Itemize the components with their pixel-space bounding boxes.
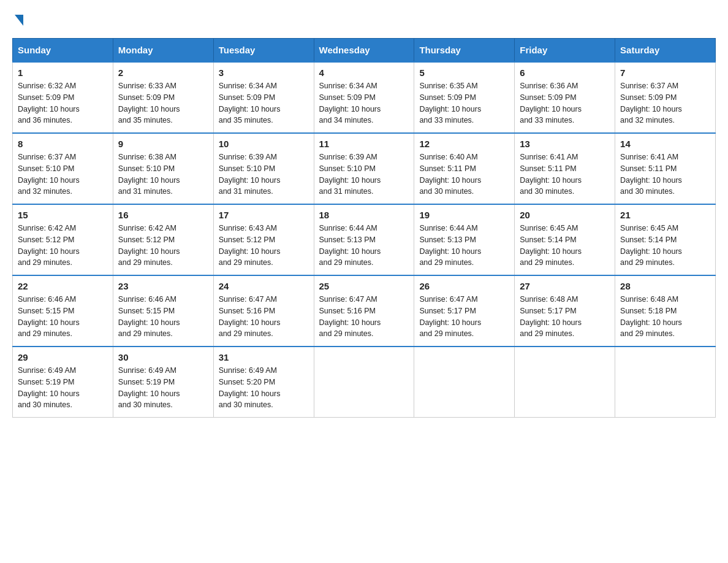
calendar-cell [414, 347, 515, 418]
day-info: Sunrise: 6:47 AMSunset: 5:16 PMDaylight:… [319, 295, 381, 338]
day-info: Sunrise: 6:36 AMSunset: 5:09 PMDaylight:… [520, 82, 582, 124]
calendar-cell: 14 Sunrise: 6:41 AMSunset: 5:11 PMDaylig… [615, 133, 716, 204]
calendar-week-1: 1 Sunrise: 6:32 AMSunset: 5:09 PMDayligh… [13, 62, 716, 133]
calendar-cell: 27 Sunrise: 6:48 AMSunset: 5:17 PMDaylig… [515, 275, 615, 347]
day-info: Sunrise: 6:46 AMSunset: 5:15 PMDaylight:… [118, 295, 180, 338]
day-info: Sunrise: 6:49 AMSunset: 5:19 PMDaylight:… [118, 366, 180, 409]
day-number: 19 [419, 210, 509, 220]
calendar-header-sunday: Sunday [13, 39, 113, 63]
day-info: Sunrise: 6:34 AMSunset: 5:09 PMDaylight:… [219, 82, 281, 124]
calendar-header-row: SundayMondayTuesdayWednesdayThursdayFrid… [13, 39, 716, 63]
day-number: 16 [118, 210, 208, 220]
day-info: Sunrise: 6:47 AMSunset: 5:16 PMDaylight:… [219, 295, 281, 338]
day-info: Sunrise: 6:47 AMSunset: 5:17 PMDaylight:… [419, 295, 481, 338]
calendar-cell: 12 Sunrise: 6:40 AMSunset: 5:11 PMDaylig… [414, 133, 515, 204]
calendar-cell: 8 Sunrise: 6:37 AMSunset: 5:10 PMDayligh… [13, 133, 113, 204]
page-header [12, 12, 716, 26]
day-number: 30 [118, 352, 208, 362]
calendar-cell: 4 Sunrise: 6:34 AMSunset: 5:09 PMDayligh… [314, 62, 414, 133]
day-number: 1 [18, 67, 108, 78]
day-info: Sunrise: 6:49 AMSunset: 5:19 PMDaylight:… [18, 366, 80, 409]
day-number: 31 [219, 352, 309, 362]
logo-general [12, 12, 23, 26]
day-number: 13 [520, 139, 610, 149]
calendar-cell: 6 Sunrise: 6:36 AMSunset: 5:09 PMDayligh… [515, 62, 615, 133]
day-info: Sunrise: 6:35 AMSunset: 5:09 PMDaylight:… [419, 82, 481, 124]
day-info: Sunrise: 6:34 AMSunset: 5:09 PMDaylight:… [319, 82, 381, 124]
calendar-cell: 18 Sunrise: 6:44 AMSunset: 5:13 PMDaylig… [314, 204, 414, 275]
day-number: 20 [520, 210, 610, 220]
day-info: Sunrise: 6:44 AMSunset: 5:13 PMDaylight:… [419, 224, 481, 267]
calendar-cell: 9 Sunrise: 6:38 AMSunset: 5:10 PMDayligh… [113, 133, 213, 204]
calendar-cell: 11 Sunrise: 6:39 AMSunset: 5:10 PMDaylig… [314, 133, 414, 204]
day-number: 6 [520, 67, 610, 78]
day-info: Sunrise: 6:48 AMSunset: 5:18 PMDaylight:… [620, 295, 682, 338]
day-number: 14 [620, 139, 710, 149]
calendar-cell: 3 Sunrise: 6:34 AMSunset: 5:09 PMDayligh… [213, 62, 314, 133]
calendar-week-2: 8 Sunrise: 6:37 AMSunset: 5:10 PMDayligh… [13, 133, 716, 204]
day-info: Sunrise: 6:33 AMSunset: 5:09 PMDaylight:… [118, 82, 180, 124]
day-number: 4 [319, 67, 409, 78]
calendar-cell: 1 Sunrise: 6:32 AMSunset: 5:09 PMDayligh… [13, 62, 113, 133]
calendar-header-saturday: Saturday [615, 39, 716, 63]
day-info: Sunrise: 6:39 AMSunset: 5:10 PMDaylight:… [319, 153, 381, 196]
day-info: Sunrise: 6:38 AMSunset: 5:10 PMDaylight:… [118, 153, 180, 196]
day-info: Sunrise: 6:45 AMSunset: 5:14 PMDaylight:… [520, 224, 582, 267]
calendar-cell: 31 Sunrise: 6:49 AMSunset: 5:20 PMDaylig… [213, 347, 314, 418]
calendar-cell: 2 Sunrise: 6:33 AMSunset: 5:09 PMDayligh… [113, 62, 213, 133]
day-number: 23 [118, 281, 208, 291]
day-number: 11 [319, 139, 409, 149]
day-number: 9 [118, 139, 208, 149]
day-number: 15 [18, 210, 108, 220]
day-info: Sunrise: 6:32 AMSunset: 5:09 PMDaylight:… [18, 82, 80, 124]
calendar-cell: 28 Sunrise: 6:48 AMSunset: 5:18 PMDaylig… [615, 275, 716, 347]
calendar-cell: 10 Sunrise: 6:39 AMSunset: 5:10 PMDaylig… [213, 133, 314, 204]
day-number: 22 [18, 281, 108, 291]
day-info: Sunrise: 6:43 AMSunset: 5:12 PMDaylight:… [219, 224, 281, 267]
calendar-header-tuesday: Tuesday [213, 39, 314, 63]
day-number: 12 [419, 139, 509, 149]
day-number: 5 [419, 67, 509, 78]
calendar-cell: 25 Sunrise: 6:47 AMSunset: 5:16 PMDaylig… [314, 275, 414, 347]
day-number: 17 [219, 210, 309, 220]
day-number: 21 [620, 210, 710, 220]
day-info: Sunrise: 6:37 AMSunset: 5:09 PMDaylight:… [620, 82, 682, 124]
calendar-header-wednesday: Wednesday [314, 39, 414, 63]
day-info: Sunrise: 6:48 AMSunset: 5:17 PMDaylight:… [520, 295, 582, 338]
calendar-cell: 19 Sunrise: 6:44 AMSunset: 5:13 PMDaylig… [414, 204, 515, 275]
calendar-cell: 20 Sunrise: 6:45 AMSunset: 5:14 PMDaylig… [515, 204, 615, 275]
calendar-cell: 26 Sunrise: 6:47 AMSunset: 5:17 PMDaylig… [414, 275, 515, 347]
calendar-cell: 29 Sunrise: 6:49 AMSunset: 5:19 PMDaylig… [13, 347, 113, 418]
day-info: Sunrise: 6:42 AMSunset: 5:12 PMDaylight:… [18, 224, 80, 267]
day-number: 28 [620, 281, 710, 291]
day-number: 25 [319, 281, 409, 291]
calendar-cell [515, 347, 615, 418]
day-number: 18 [319, 210, 409, 220]
calendar-cell [615, 347, 716, 418]
day-info: Sunrise: 6:42 AMSunset: 5:12 PMDaylight:… [118, 224, 180, 267]
day-number: 2 [118, 67, 208, 78]
day-info: Sunrise: 6:46 AMSunset: 5:15 PMDaylight:… [18, 295, 80, 338]
calendar-table: SundayMondayTuesdayWednesdayThursdayFrid… [12, 38, 716, 418]
calendar-header-thursday: Thursday [414, 39, 515, 63]
calendar-header-monday: Monday [113, 39, 213, 63]
logo [12, 12, 23, 26]
calendar-cell [314, 347, 414, 418]
day-number: 8 [18, 139, 108, 149]
calendar-cell: 23 Sunrise: 6:46 AMSunset: 5:15 PMDaylig… [113, 275, 213, 347]
calendar-cell: 16 Sunrise: 6:42 AMSunset: 5:12 PMDaylig… [113, 204, 213, 275]
calendar-cell: 30 Sunrise: 6:49 AMSunset: 5:19 PMDaylig… [113, 347, 213, 418]
calendar-cell: 7 Sunrise: 6:37 AMSunset: 5:09 PMDayligh… [615, 62, 716, 133]
calendar-cell: 22 Sunrise: 6:46 AMSunset: 5:15 PMDaylig… [13, 275, 113, 347]
calendar-header-friday: Friday [515, 39, 615, 63]
day-number: 27 [520, 281, 610, 291]
day-number: 26 [419, 281, 509, 291]
day-info: Sunrise: 6:49 AMSunset: 5:20 PMDaylight:… [219, 366, 281, 409]
calendar-cell: 21 Sunrise: 6:45 AMSunset: 5:14 PMDaylig… [615, 204, 716, 275]
calendar-cell: 5 Sunrise: 6:35 AMSunset: 5:09 PMDayligh… [414, 62, 515, 133]
calendar-cell: 17 Sunrise: 6:43 AMSunset: 5:12 PMDaylig… [213, 204, 314, 275]
calendar-cell: 15 Sunrise: 6:42 AMSunset: 5:12 PMDaylig… [13, 204, 113, 275]
calendar-week-4: 22 Sunrise: 6:46 AMSunset: 5:15 PMDaylig… [13, 275, 716, 347]
day-info: Sunrise: 6:37 AMSunset: 5:10 PMDaylight:… [18, 153, 80, 196]
day-info: Sunrise: 6:41 AMSunset: 5:11 PMDaylight:… [520, 153, 582, 196]
